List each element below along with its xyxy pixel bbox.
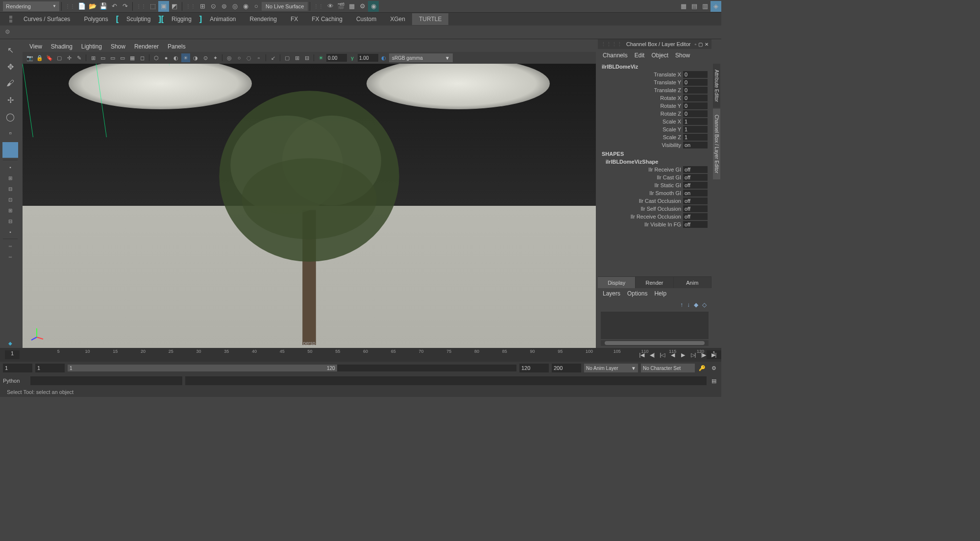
channel-row[interactable]: Rotate Z0 — [602, 110, 708, 118]
grid-icon[interactable]: ⊞ — [89, 53, 98, 62]
redo-icon[interactable]: ↷ — [120, 1, 130, 12]
live-surface-field[interactable]: No Live Surface — [262, 2, 308, 11]
smooth-shade-icon[interactable]: ● — [162, 53, 171, 62]
bookmark-icon[interactable]: 🔖 — [45, 53, 54, 62]
attr-editor-tab[interactable]: Attribute Editor — [713, 64, 720, 108]
range-track[interactable]: 1 120 — [68, 365, 516, 371]
ipr-icon[interactable]: ▦ — [346, 1, 357, 12]
render-settings-icon[interactable]: ⚙ — [357, 1, 368, 12]
step-forward-icon[interactable]: ▷| — [689, 350, 698, 359]
layout-two-v[interactable]: ⊟ — [2, 184, 18, 194]
channel-row[interactable]: Scale Y1 — [602, 125, 708, 133]
maximize-icon[interactable]: ▢ — [698, 42, 703, 47]
select-hierarchy-icon[interactable]: ⬚ — [147, 1, 158, 12]
channel-row[interactable]: Ilr Self Occlusionoff — [602, 205, 708, 213]
make-live-icon[interactable]: ○ — [251, 1, 262, 12]
render-view-icon[interactable]: 👁 — [325, 1, 336, 12]
select-object-icon[interactable]: ▣ — [158, 1, 169, 12]
options-menu[interactable]: Options — [627, 290, 647, 297]
xray-joints-icon[interactable]: ○ — [235, 53, 244, 62]
channel-value[interactable]: 0 — [683, 95, 708, 101]
channel-value[interactable]: 1 — [683, 118, 708, 125]
layout-graph[interactable]: ⊟ — [2, 216, 18, 226]
exposure-icon[interactable]: ☀ — [317, 53, 325, 62]
lock-camera-icon[interactable]: 🔒 — [35, 53, 44, 62]
safe-action-icon[interactable]: ◻ — [138, 53, 147, 62]
last-tool[interactable] — [2, 142, 18, 158]
channel-row[interactable]: Ilr Smooth GIon — [602, 189, 708, 197]
command-input[interactable] — [30, 376, 182, 385]
show-menu[interactable]: Show — [111, 43, 125, 50]
shadows-icon[interactable]: ◑ — [191, 53, 200, 62]
channels-menu[interactable]: Channels — [603, 52, 628, 59]
channel-value[interactable]: off — [683, 213, 708, 220]
shape-name[interactable]: ilrIBLDomeVizShape — [602, 158, 708, 166]
layout-three[interactable]: ⊞ — [2, 205, 18, 215]
object-menu[interactable]: Object — [651, 52, 668, 59]
step-back-icon[interactable]: |◁ — [658, 350, 667, 359]
channel-value[interactable]: 0 — [683, 110, 708, 117]
anim-start-input[interactable] — [3, 364, 32, 372]
go-start-icon[interactable]: |◀ — [637, 350, 646, 359]
color-mgmt-icon[interactable]: ◐ — [379, 53, 388, 62]
select-camera-icon[interactable]: 📷 — [25, 53, 34, 62]
snap-plane-icon[interactable]: ◎ — [229, 1, 240, 12]
shelf-tab-fx[interactable]: FX — [284, 13, 305, 25]
toolbar-grip[interactable]: ⋮⋮ — [64, 3, 76, 9]
exposure-input[interactable] — [326, 54, 347, 62]
lighting-menu[interactable]: Lighting — [81, 43, 102, 50]
channel-value[interactable]: off — [683, 205, 708, 212]
layer-scroll[interactable] — [601, 340, 709, 346]
current-frame-left[interactable]: 1 — [5, 350, 20, 359]
render-frame-icon[interactable]: 🎬 — [336, 1, 346, 12]
channel-row[interactable]: Translate Z0 — [602, 86, 708, 94]
render-tab[interactable]: Render — [636, 277, 673, 288]
shelf-tab-turtle[interactable]: TURTLE — [412, 13, 448, 25]
wireframe-icon[interactable]: ⬡ — [152, 53, 161, 62]
pane-layout-1-icon[interactable]: ▦ — [678, 1, 689, 12]
new-scene-icon[interactable]: 📄 — [76, 1, 87, 12]
select-component-icon[interactable]: ◩ — [169, 1, 180, 12]
layout-single[interactable]: ▪ — [2, 162, 18, 172]
play-back-icon[interactable]: ◀ — [668, 350, 677, 359]
channel-value[interactable]: 0 — [683, 102, 708, 109]
layout-two-h[interactable]: ⊡ — [2, 195, 18, 204]
channel-row[interactable]: Ilr Receive GIoff — [602, 166, 708, 173]
shelf-tab-sculpting[interactable]: Sculpting — [120, 13, 157, 25]
move-tool[interactable]: ✢ — [2, 92, 18, 108]
channel-row[interactable]: Rotate Y0 — [602, 102, 708, 110]
gear-icon[interactable]: ⚙ — [5, 28, 13, 36]
display-tab[interactable]: Display — [598, 277, 636, 288]
play-forward-icon[interactable]: ▶ — [679, 350, 687, 359]
shelf-tab-rendering[interactable]: Rendering — [243, 13, 284, 25]
cmd-language-label[interactable]: Python — [3, 378, 27, 384]
textured-icon[interactable]: ◐ — [172, 53, 180, 62]
shelf-tab-animation[interactable]: Animation — [203, 13, 243, 25]
snap-grid-icon[interactable]: ⊞ — [197, 1, 208, 12]
show-menu[interactable]: Show — [675, 52, 690, 59]
help-menu[interactable]: Help — [654, 290, 666, 297]
pane-layout-3-icon[interactable]: ▥ — [700, 1, 710, 12]
step-back-key-icon[interactable]: ◀| — [648, 350, 657, 359]
workspace-selector[interactable]: Rendering▼ — [3, 1, 59, 11]
channel-row[interactable]: Visibilityon — [602, 141, 708, 149]
undock-icon[interactable]: ▫ — [694, 42, 696, 47]
renderer-menu[interactable]: Renderer — [134, 43, 159, 50]
snap-live-icon[interactable]: ◉ — [240, 1, 251, 12]
channel-value[interactable]: on — [683, 142, 708, 148]
use-lights-icon[interactable]: ☀ — [181, 53, 190, 62]
ao-icon[interactable]: ⊙ — [201, 53, 210, 62]
field-chart-icon[interactable]: ▦ — [128, 53, 137, 62]
script-editor-icon[interactable]: ▤ — [710, 376, 718, 385]
grease-pencil-icon[interactable]: ✎ — [74, 53, 83, 62]
undo-icon[interactable]: ↶ — [109, 1, 120, 12]
rotate-tool[interactable]: ◯ — [2, 109, 18, 124]
isolate-select-icon[interactable]: ↙ — [269, 53, 277, 62]
anim-end-input[interactable] — [552, 364, 581, 372]
channel-row[interactable]: Scale Z1 — [602, 133, 708, 141]
time-ruler[interactable]: 1 51015202530354045505560657075808590951… — [0, 348, 721, 362]
channel-row[interactable]: Ilr Cast GIoff — [602, 173, 708, 181]
gate-mask-icon[interactable]: ▭ — [118, 53, 127, 62]
channel-row[interactable]: Scale X1 — [602, 118, 708, 125]
move-layer-down-icon[interactable]: ↓ — [687, 301, 690, 308]
